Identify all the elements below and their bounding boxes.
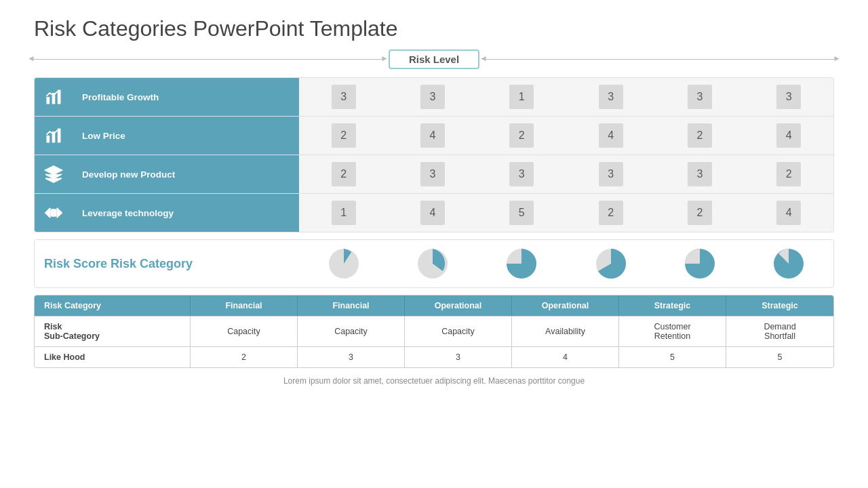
pie-cell-2 (388, 246, 477, 281)
cell-2-2: 4 (388, 117, 477, 155)
pie-cell-6 (745, 246, 833, 281)
th-4: Operational (512, 296, 619, 316)
cell-1-2: 3 (388, 78, 477, 116)
th-2: Financial (298, 296, 405, 316)
row-label-1: Profitable Growth (35, 78, 299, 116)
cell-1-1: 3 (299, 78, 388, 116)
th-0: Risk Category (35, 296, 191, 316)
cell-3-3: 3 (477, 155, 566, 193)
td-sub-6: Demand Shortfall (726, 317, 833, 346)
svg-rect-5 (58, 129, 61, 143)
cell-2-5: 2 (655, 117, 744, 155)
th-1: Financial (191, 296, 298, 316)
td-like-label: Like Hood (35, 347, 191, 367)
cell-3-4: 3 (566, 155, 655, 193)
cell-4-6: 4 (745, 194, 833, 232)
row-label-2: Low Price (35, 117, 299, 155)
cell-1-5: 3 (655, 78, 744, 116)
svg-rect-0 (47, 97, 50, 104)
th-5: Strategic (619, 296, 726, 316)
pie-cell-5 (655, 246, 744, 281)
risk-score-section: Risk Score Risk Category (34, 239, 834, 288)
svg-rect-3 (47, 136, 50, 143)
cell-3-2: 3 (388, 155, 477, 193)
grid-row-1: Profitable Growth 3 3 1 3 3 3 (35, 78, 833, 117)
row-text-2: Low Price (73, 117, 299, 155)
pie-cell-3 (477, 246, 566, 281)
grid-row-2: Low Price 2 4 2 4 2 4 (35, 117, 833, 155)
cell-4-1: 1 (299, 194, 388, 232)
td-sub-1: Capacity (191, 317, 298, 346)
th-6: Strategic (726, 296, 833, 316)
code-icon (35, 194, 73, 232)
row-text-4: Leverage technology (73, 194, 299, 232)
risk-level-row: Risk Level (34, 49, 834, 69)
svg-rect-2 (58, 90, 61, 104)
row-text-3: Develop new Product (73, 155, 299, 193)
cell-3-6: 2 (745, 155, 833, 193)
risk-level-line-left (34, 59, 382, 60)
td-sub-5: Customer Retention (619, 317, 726, 346)
page-title: Risk Categories PowerPoint Template (34, 16, 834, 41)
td-sub-2: Capacity (298, 317, 405, 346)
cell-3-1: 2 (299, 155, 388, 193)
td-sub-4: Availability (512, 317, 619, 346)
cell-4-3: 5 (477, 194, 566, 232)
top-grid: Profitable Growth 3 3 1 3 3 3 Low Price … (34, 77, 834, 232)
row-text-1: Profitable Growth (73, 78, 299, 116)
chart-icon-2 (35, 117, 73, 155)
table-header: Risk Category Financial Financial Operat… (35, 296, 833, 316)
cell-4-5: 2 (655, 194, 744, 232)
risk-level-line-right (486, 59, 834, 60)
cell-4-2: 4 (388, 194, 477, 232)
cell-2-4: 4 (566, 117, 655, 155)
cell-2-1: 2 (299, 117, 388, 155)
td-like-5: 5 (619, 347, 726, 367)
cell-1-4: 3 (566, 78, 655, 116)
cell-4-4: 2 (566, 194, 655, 232)
chart-icon-1 (35, 78, 73, 116)
box-icon (35, 155, 73, 193)
cell-1-3: 1 (477, 78, 566, 116)
th-3: Operational (405, 296, 512, 316)
table-row-subcategory: Risk Sub-Category Capacity Capacity Capa… (35, 316, 833, 346)
td-like-2: 3 (298, 347, 405, 367)
td-like-1: 2 (191, 347, 298, 367)
td-sub-3: Capacity (405, 317, 512, 346)
td-like-4: 4 (512, 347, 619, 367)
pie-cell-4 (566, 246, 655, 281)
row-label-4: Leverage technology (35, 194, 299, 232)
td-like-6: 5 (726, 347, 833, 367)
td-like-3: 3 (405, 347, 512, 367)
td-sub-label: Risk Sub-Category (35, 317, 191, 346)
grid-row-4: Leverage technology 1 4 5 2 2 4 (35, 194, 833, 232)
row-label-3: Develop new Product (35, 155, 299, 193)
svg-rect-6 (52, 209, 56, 216)
risk-level-badge: Risk Level (389, 49, 479, 69)
cell-2-6: 4 (745, 117, 833, 155)
footer-text: Lorem ipsum dolor sit amet, consectetuer… (34, 376, 834, 386)
table-row-likehood: Like Hood 2 3 3 4 5 5 (35, 346, 833, 367)
bottom-table: Risk Category Financial Financial Operat… (34, 295, 834, 368)
risk-score-label: Risk Score Risk Category (35, 257, 299, 271)
grid-row-3: Develop new Product 2 3 3 3 3 2 (35, 155, 833, 194)
pie-cell-1 (299, 246, 388, 281)
cell-3-5: 3 (655, 155, 744, 193)
cell-2-3: 2 (477, 117, 566, 155)
cell-1-6: 3 (745, 78, 833, 116)
